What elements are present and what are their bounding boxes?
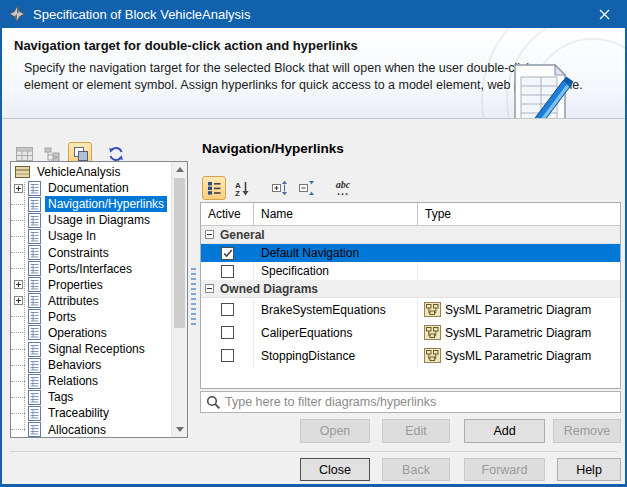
tree-item-label[interactable]: Ports/Interfaces (45, 261, 135, 277)
row-name[interactable]: CaliperEquations (254, 321, 418, 344)
tree-item-relations[interactable]: Relations (11, 373, 172, 389)
tree-scrollbar[interactable] (171, 162, 187, 437)
page-icon (28, 181, 41, 196)
row-type[interactable] (418, 262, 620, 280)
table-row-default-navigation[interactable]: Default Navigation (201, 244, 620, 262)
add-button[interactable]: Add (464, 419, 545, 443)
tree-item-usage-in-diagrams[interactable]: Usage in Diagrams (11, 212, 172, 228)
group-row-general[interactable]: General (201, 226, 620, 244)
tree-item-label[interactable]: Usage in Diagrams (45, 212, 153, 228)
tree-item-usage-in[interactable]: Usage In (11, 228, 172, 244)
tree-item-label[interactable]: Usage In (45, 228, 99, 244)
expand-icon[interactable] (14, 280, 23, 289)
tree-connector (11, 332, 25, 333)
forward-button[interactable]: Forward (464, 458, 545, 481)
row-name[interactable]: BrakeSystemEquations (254, 298, 418, 321)
svg-text:Z: Z (235, 189, 240, 197)
page-icon (28, 229, 41, 244)
active-checkbox[interactable] (221, 265, 234, 278)
banner-description: Specify the navigation target for the se… (24, 60, 583, 94)
scroll-up-icon[interactable] (172, 162, 187, 177)
row-name[interactable]: StoppingDistance (254, 344, 418, 367)
collapse-icon[interactable] (205, 284, 214, 293)
tree-item-label[interactable]: Tags (45, 389, 76, 405)
parametric-diagram-icon (424, 348, 441, 363)
tree-item-ports-interfaces[interactable]: Ports/Interfaces (11, 261, 172, 277)
tree-item-allocations[interactable]: Allocations (11, 422, 172, 438)
tree-item-label[interactable]: Navigation/Hyperlinks (45, 196, 167, 212)
table-row-specification[interactable]: Specification (201, 262, 620, 280)
scrollbar-thumb[interactable] (174, 178, 185, 328)
edit-button[interactable]: Edit (382, 419, 450, 443)
active-checkbox[interactable] (221, 303, 234, 316)
sort-alphabetically-icon[interactable]: A Z (231, 176, 253, 200)
tree-item-signal-receptions[interactable]: Signal Receptions (11, 341, 172, 357)
tree-item-constraints[interactable]: Constraints (11, 244, 172, 260)
page-icon (28, 261, 41, 276)
tree-item-properties[interactable]: Properties (11, 277, 172, 293)
expand-icon[interactable] (14, 184, 23, 193)
tree-item-label[interactable]: Relations (45, 373, 101, 389)
column-header-name[interactable]: Name (254, 203, 418, 225)
row-type[interactable]: SysML Parametric Diagram (418, 298, 620, 321)
tree-item-label[interactable]: Signal Receptions (45, 341, 148, 357)
tree-connector (11, 413, 25, 414)
title-bar[interactable]: Specification of Block VehicleAnalysis (0, 0, 627, 28)
row-type-label: SysML Parametric Diagram (445, 326, 591, 340)
column-header-type[interactable]: Type (418, 203, 620, 225)
remove-button[interactable]: Remove (553, 419, 621, 443)
tree-item-label[interactable]: Operations (45, 325, 110, 341)
row-type-label: SysML Parametric Diagram (445, 349, 591, 363)
page-icon (28, 325, 41, 340)
tree-item-label[interactable]: Traceability (45, 405, 112, 421)
scroll-down-icon[interactable] (172, 422, 187, 437)
column-header-active[interactable]: Active (201, 203, 254, 225)
tree-item-attributes[interactable]: Attributes (11, 293, 172, 309)
table-row-brakesystemequations[interactable]: BrakeSystemEquationsSysML Parametric Dia… (201, 298, 620, 321)
tree-item-navigation-hyperlinks[interactable]: Navigation/Hyperlinks (11, 196, 172, 212)
tree-item-root[interactable]: VehicleAnalysis (11, 164, 172, 180)
tree-item-label[interactable]: Ports (45, 309, 79, 325)
help-button[interactable]: Help (557, 458, 621, 481)
row-name[interactable]: Specification (254, 262, 418, 280)
tree-item-label[interactable]: VehicleAnalysis (34, 164, 123, 180)
tree-item-label[interactable]: Properties (45, 277, 106, 293)
tree-item-behaviors[interactable]: Behaviors (11, 357, 172, 373)
table-header[interactable]: Active Name Type (201, 203, 620, 226)
tree-item-label[interactable]: Documentation (45, 180, 132, 196)
tree-item-label[interactable]: Constraints (45, 245, 112, 261)
table-row-stoppingdistance[interactable]: StoppingDistanceSysML Parametric Diagram (201, 344, 620, 367)
tree-item-documentation[interactable]: Documentation (11, 180, 172, 196)
row-type[interactable]: SysML Parametric Diagram (418, 321, 620, 344)
expand-all-icon[interactable] (268, 176, 290, 200)
tree-item-operations[interactable]: Operations (11, 325, 172, 341)
filter-field[interactable] (200, 391, 621, 413)
expand-icon[interactable] (14, 296, 23, 305)
open-button[interactable]: Open (300, 419, 370, 443)
show-description-icon[interactable]: abc... (332, 176, 354, 200)
table-row-caliperequations[interactable]: CaliperEquationsSysML Parametric Diagram (201, 321, 620, 344)
filter-input[interactable] (221, 393, 620, 411)
tree-item-label[interactable]: Attributes (45, 293, 102, 309)
tree-item-traceability[interactable]: Traceability (11, 405, 172, 421)
panel-splitter[interactable] (191, 268, 196, 326)
tree-connector (11, 268, 25, 269)
separator (10, 451, 617, 452)
tree-item-label[interactable]: Allocations (45, 422, 109, 438)
tree-item-label[interactable]: Behaviors (45, 357, 104, 373)
group-row-owned-diagrams[interactable]: Owned Diagrams (201, 280, 620, 298)
row-type[interactable]: SysML Parametric Diagram (418, 344, 620, 367)
active-checkbox[interactable] (221, 326, 234, 339)
tree-item-ports[interactable]: Ports (11, 309, 172, 325)
collapse-all-icon[interactable] (295, 176, 317, 200)
back-button[interactable]: Back (382, 458, 450, 481)
tree-item-tags[interactable]: Tags (11, 389, 172, 405)
active-checkbox[interactable] (221, 349, 234, 362)
row-type[interactable] (418, 244, 620, 262)
close-dialog-button[interactable]: Close (300, 458, 370, 481)
close-button[interactable] (582, 0, 627, 28)
categorized-view-icon[interactable] (202, 176, 226, 200)
row-name[interactable]: Default Navigation (254, 244, 418, 262)
active-checkbox[interactable] (221, 247, 234, 260)
collapse-icon[interactable] (205, 230, 214, 239)
